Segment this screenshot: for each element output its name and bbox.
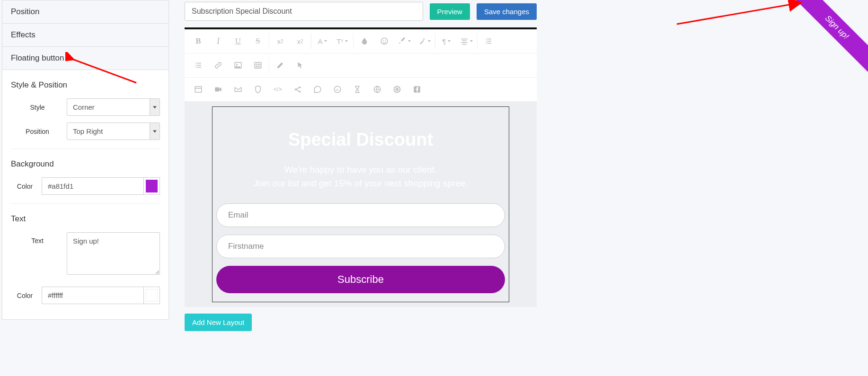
eraser-icon[interactable] bbox=[270, 57, 290, 73]
text-color-field bbox=[42, 287, 160, 304]
align-icon[interactable] bbox=[456, 33, 476, 49]
image-icon[interactable] bbox=[228, 57, 248, 73]
settings-sidebar: Position Effects Floating button Style &… bbox=[2, 0, 169, 376]
paragraph-icon[interactable]: ¶ bbox=[436, 33, 456, 49]
popup-email-input[interactable] bbox=[216, 203, 505, 227]
layout-icon[interactable] bbox=[188, 81, 208, 97]
underline-icon[interactable]: U bbox=[228, 33, 248, 49]
badge-icon[interactable] bbox=[248, 81, 268, 97]
section-style-position-title: Style & Position bbox=[11, 80, 160, 90]
mail-icon[interactable] bbox=[228, 81, 248, 97]
bg-color-label: Color bbox=[11, 183, 42, 190]
svg-text:3: 3 bbox=[195, 66, 196, 68]
code-icon[interactable]: </> bbox=[268, 81, 288, 97]
floating-button-panel: Style & Position Style Corner Position T… bbox=[2, 70, 168, 319]
text-label: Text bbox=[11, 232, 67, 245]
video-icon[interactable] bbox=[208, 81, 228, 97]
save-changes-button[interactable]: Save changes bbox=[477, 3, 537, 20]
svg-rect-9 bbox=[195, 87, 202, 92]
svg-point-0 bbox=[381, 38, 388, 44]
popup-heading: Special Discount bbox=[216, 130, 505, 150]
position-select[interactable]: Top Right bbox=[67, 122, 160, 140]
bg-color-input[interactable] bbox=[42, 178, 143, 194]
globe-icon[interactable] bbox=[367, 81, 387, 97]
font-family-icon[interactable]: A bbox=[312, 33, 332, 49]
svg-point-2 bbox=[385, 40, 386, 41]
emoji-icon[interactable] bbox=[374, 33, 394, 49]
accordion-header-effects[interactable]: Effects bbox=[2, 24, 168, 46]
bg-color-field bbox=[42, 177, 160, 195]
popup-subtext: We're happy to have you as our client. J… bbox=[216, 163, 505, 190]
accordion-floating-button: Floating button Style & Position Style C… bbox=[2, 46, 169, 320]
age-icon[interactable]: 18 bbox=[328, 81, 347, 97]
text-color-swatch[interactable] bbox=[143, 287, 159, 304]
divider bbox=[11, 203, 160, 204]
divider bbox=[11, 149, 160, 149]
svg-line-20 bbox=[677, 3, 800, 24]
topbar: Preview Save changes bbox=[185, 0, 537, 27]
svg-point-7 bbox=[236, 64, 238, 65]
svg-rect-8 bbox=[255, 62, 261, 68]
svg-text:2: 2 bbox=[195, 64, 196, 66]
position-label: Position bbox=[11, 128, 67, 135]
chat-icon[interactable] bbox=[308, 81, 328, 97]
table-icon[interactable] bbox=[248, 57, 268, 73]
accordion-header-floating-button[interactable]: Floating button bbox=[2, 47, 168, 70]
accordion-effects[interactable]: Effects bbox=[2, 23, 169, 47]
hourglass-icon[interactable] bbox=[347, 81, 367, 97]
editor-toolbar-row2: 123 bbox=[185, 53, 537, 78]
section-text-title: Text bbox=[11, 214, 160, 224]
bg-color-swatch[interactable] bbox=[143, 178, 159, 194]
svg-text:1: 1 bbox=[195, 62, 196, 64]
ordered-list-icon[interactable]: 123 bbox=[188, 57, 208, 73]
text-color-label: Color bbox=[11, 292, 42, 299]
list-icon[interactable] bbox=[478, 33, 498, 49]
accordion-position[interactable]: Position bbox=[2, 0, 169, 24]
popup-title-input[interactable] bbox=[185, 2, 423, 21]
svg-rect-10 bbox=[215, 87, 219, 92]
text-textarea[interactable]: Sign up! bbox=[67, 232, 160, 275]
popup-subscribe-button[interactable]: Subscribe bbox=[216, 266, 505, 293]
style-select[interactable]: Corner bbox=[67, 98, 160, 116]
italic-icon[interactable]: I bbox=[208, 33, 228, 49]
section-background-title: Background bbox=[11, 159, 160, 169]
text-color-icon[interactable] bbox=[354, 33, 374, 49]
add-new-layout-button[interactable]: Add New Layout bbox=[185, 314, 252, 331]
accordion-header-position[interactable]: Position bbox=[2, 0, 168, 23]
text-color-input[interactable] bbox=[42, 287, 143, 304]
style-label: Style bbox=[11, 104, 67, 111]
preview-button[interactable]: Preview bbox=[430, 3, 470, 20]
bold-icon[interactable]: B bbox=[188, 33, 208, 49]
svg-point-1 bbox=[383, 40, 384, 41]
svg-text:18: 18 bbox=[336, 88, 339, 91]
link-icon[interactable] bbox=[208, 57, 228, 73]
rich-text-editor: B I U S x2 x2 A TT ¶ bbox=[185, 27, 537, 307]
magic-wand-icon[interactable] bbox=[414, 33, 434, 49]
main-column: Preview Save changes B I U S x2 x2 A TT bbox=[185, 0, 537, 331]
font-size-icon[interactable]: TT bbox=[332, 33, 352, 49]
floating-corner-button[interactable]: Sign up! bbox=[787, 0, 868, 78]
strikethrough-icon[interactable]: S bbox=[248, 33, 268, 49]
editor-toolbar-row1: B I U S x2 x2 A TT ¶ bbox=[185, 29, 537, 53]
cursor-icon[interactable] bbox=[290, 57, 310, 73]
wheel-icon[interactable] bbox=[387, 81, 407, 97]
popup-firstname-input[interactable] bbox=[216, 235, 505, 258]
editor-canvas[interactable]: Special Discount We're happy to have you… bbox=[185, 102, 537, 307]
facebook-icon[interactable] bbox=[407, 81, 427, 97]
superscript-icon[interactable]: x2 bbox=[290, 33, 310, 49]
share-icon[interactable] bbox=[288, 81, 308, 97]
brush-icon[interactable] bbox=[394, 33, 414, 49]
subscript-icon[interactable]: x2 bbox=[270, 33, 290, 49]
editor-toolbar-row3: </> 18 bbox=[185, 78, 537, 102]
popup-preview[interactable]: Special Discount We're happy to have you… bbox=[212, 106, 509, 302]
floating-button-preview-wrap: Sign up! bbox=[783, 0, 868, 85]
